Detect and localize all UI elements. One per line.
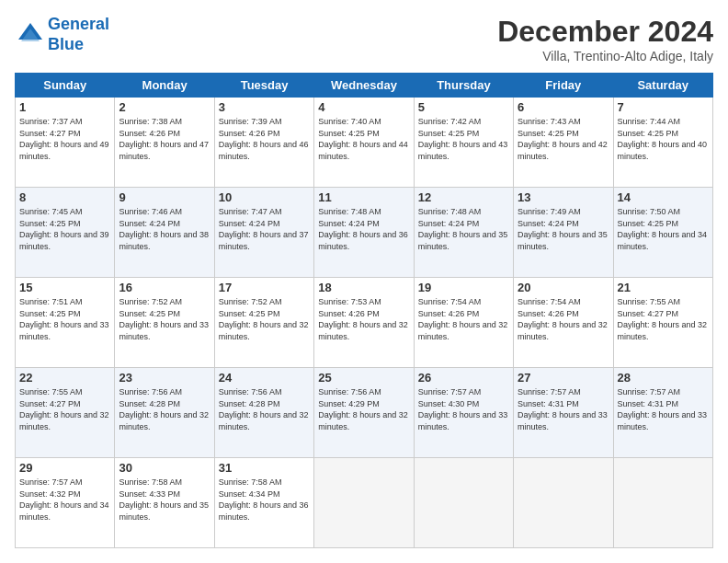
calendar-day: 3 Sunrise: 7:39 AM Sunset: 4:26 PM Dayli… xyxy=(214,98,313,188)
day-info: Sunrise: 7:57 AM Sunset: 4:31 PM Dayligh… xyxy=(618,386,709,432)
logo-icon xyxy=(17,21,44,49)
day-info: Sunrise: 7:38 AM Sunset: 4:26 PM Dayligh… xyxy=(119,116,210,162)
day-info: Sunrise: 7:56 AM Sunset: 4:28 PM Dayligh… xyxy=(119,386,210,432)
day-number: 11 xyxy=(318,190,409,204)
weekday-header: Thursday xyxy=(414,74,513,98)
empty-cell xyxy=(314,458,414,548)
day-info: Sunrise: 7:43 AM Sunset: 4:25 PM Dayligh… xyxy=(518,116,609,162)
location-subtitle: Villa, Trentino-Alto Adige, Italy xyxy=(497,49,713,63)
calendar-day: 8 Sunrise: 7:45 AM Sunset: 4:25 PM Dayli… xyxy=(16,188,115,278)
calendar-day: 26 Sunrise: 7:57 AM Sunset: 4:30 PM Dayl… xyxy=(414,368,513,458)
day-number: 15 xyxy=(19,281,110,294)
day-info: Sunrise: 7:48 AM Sunset: 4:24 PM Dayligh… xyxy=(418,206,509,252)
title-block: December 2024 Villa, Trentino-Alto Adige… xyxy=(497,15,713,63)
day-info: Sunrise: 7:52 AM Sunset: 4:25 PM Dayligh… xyxy=(219,296,310,342)
calendar-day: 30 Sunrise: 7:58 AM Sunset: 4:33 PM Dayl… xyxy=(115,458,214,548)
day-info: Sunrise: 7:57 AM Sunset: 4:31 PM Dayligh… xyxy=(518,386,609,432)
day-number: 9 xyxy=(119,190,210,204)
logo: General Blue xyxy=(15,15,109,54)
day-info: Sunrise: 7:48 AM Sunset: 4:24 PM Dayligh… xyxy=(318,206,409,252)
weekday-header: Friday xyxy=(514,74,613,98)
day-number: 21 xyxy=(618,281,709,294)
calendar-day: 28 Sunrise: 7:57 AM Sunset: 4:31 PM Dayl… xyxy=(613,368,712,458)
calendar-day: 18 Sunrise: 7:53 AM Sunset: 4:26 PM Dayl… xyxy=(314,278,414,368)
calendar-day: 31 Sunrise: 7:58 AM Sunset: 4:34 PM Dayl… xyxy=(214,458,313,548)
calendar-day: 9 Sunrise: 7:46 AM Sunset: 4:24 PM Dayli… xyxy=(115,188,214,278)
calendar-day: 19 Sunrise: 7:54 AM Sunset: 4:26 PM Dayl… xyxy=(414,278,513,368)
calendar-day: 29 Sunrise: 7:57 AM Sunset: 4:32 PM Dayl… xyxy=(16,458,115,548)
day-info: Sunrise: 7:44 AM Sunset: 4:25 PM Dayligh… xyxy=(618,116,709,162)
weekday-header: Tuesday xyxy=(214,74,313,98)
day-info: Sunrise: 7:52 AM Sunset: 4:25 PM Dayligh… xyxy=(119,296,210,342)
day-info: Sunrise: 7:57 AM Sunset: 4:32 PM Dayligh… xyxy=(19,477,110,523)
day-number: 20 xyxy=(518,281,609,294)
weekday-header: Monday xyxy=(115,74,214,98)
calendar-day: 22 Sunrise: 7:55 AM Sunset: 4:27 PM Dayl… xyxy=(16,368,115,458)
day-info: Sunrise: 7:55 AM Sunset: 4:27 PM Dayligh… xyxy=(618,296,709,342)
weekday-header: Sunday xyxy=(16,74,115,98)
weekday-header: Wednesday xyxy=(314,74,414,98)
calendar-day: 2 Sunrise: 7:38 AM Sunset: 4:26 PM Dayli… xyxy=(115,98,214,188)
calendar-day: 13 Sunrise: 7:49 AM Sunset: 4:24 PM Dayl… xyxy=(514,188,613,278)
weekday-header: Saturday xyxy=(613,74,712,98)
day-number: 5 xyxy=(418,100,509,114)
day-number: 22 xyxy=(19,371,110,385)
day-number: 28 xyxy=(618,371,709,385)
day-info: Sunrise: 7:55 AM Sunset: 4:27 PM Dayligh… xyxy=(19,386,110,432)
empty-cell xyxy=(613,458,712,548)
page: General Blue December 2024 Villa, Trenti… xyxy=(0,0,728,563)
calendar-day: 23 Sunrise: 7:56 AM Sunset: 4:28 PM Dayl… xyxy=(115,368,214,458)
day-number: 16 xyxy=(119,281,210,294)
day-number: 10 xyxy=(219,190,310,204)
calendar-day: 10 Sunrise: 7:47 AM Sunset: 4:24 PM Dayl… xyxy=(214,188,313,278)
day-info: Sunrise: 7:53 AM Sunset: 4:26 PM Dayligh… xyxy=(318,296,409,342)
day-number: 1 xyxy=(19,100,110,114)
calendar-day: 7 Sunrise: 7:44 AM Sunset: 4:25 PM Dayli… xyxy=(613,98,712,188)
day-info: Sunrise: 7:37 AM Sunset: 4:27 PM Dayligh… xyxy=(19,116,110,162)
day-info: Sunrise: 7:54 AM Sunset: 4:26 PM Dayligh… xyxy=(518,296,609,342)
calendar-day: 25 Sunrise: 7:56 AM Sunset: 4:29 PM Dayl… xyxy=(314,368,414,458)
day-info: Sunrise: 7:47 AM Sunset: 4:24 PM Dayligh… xyxy=(219,206,310,252)
calendar-day: 6 Sunrise: 7:43 AM Sunset: 4:25 PM Dayli… xyxy=(514,98,613,188)
empty-cell xyxy=(514,458,613,548)
day-number: 4 xyxy=(318,100,409,114)
calendar-day: 24 Sunrise: 7:56 AM Sunset: 4:28 PM Dayl… xyxy=(214,368,313,458)
day-info: Sunrise: 7:58 AM Sunset: 4:33 PM Dayligh… xyxy=(119,477,210,523)
calendar-day: 17 Sunrise: 7:52 AM Sunset: 4:25 PM Dayl… xyxy=(214,278,313,368)
day-info: Sunrise: 7:57 AM Sunset: 4:30 PM Dayligh… xyxy=(418,386,509,432)
day-number: 17 xyxy=(219,281,310,294)
calendar-table: SundayMondayTuesdayWednesdayThursdayFrid… xyxy=(15,73,713,548)
day-number: 7 xyxy=(618,100,709,114)
day-number: 8 xyxy=(19,190,110,204)
day-number: 26 xyxy=(418,371,509,385)
day-number: 27 xyxy=(518,371,609,385)
day-number: 3 xyxy=(219,100,310,114)
logo-text: General Blue xyxy=(48,15,109,54)
day-number: 2 xyxy=(119,100,210,114)
calendar-day: 12 Sunrise: 7:48 AM Sunset: 4:24 PM Dayl… xyxy=(414,188,513,278)
day-number: 19 xyxy=(418,281,509,294)
day-info: Sunrise: 7:46 AM Sunset: 4:24 PM Dayligh… xyxy=(119,206,210,252)
day-number: 23 xyxy=(119,371,210,385)
day-number: 13 xyxy=(518,190,609,204)
day-number: 31 xyxy=(219,461,310,475)
calendar-day: 5 Sunrise: 7:42 AM Sunset: 4:25 PM Dayli… xyxy=(414,98,513,188)
day-number: 6 xyxy=(518,100,609,114)
calendar-day: 27 Sunrise: 7:57 AM Sunset: 4:31 PM Dayl… xyxy=(514,368,613,458)
day-info: Sunrise: 7:45 AM Sunset: 4:25 PM Dayligh… xyxy=(19,206,110,252)
calendar-day: 15 Sunrise: 7:51 AM Sunset: 4:25 PM Dayl… xyxy=(16,278,115,368)
calendar-day: 16 Sunrise: 7:52 AM Sunset: 4:25 PM Dayl… xyxy=(115,278,214,368)
calendar-day: 4 Sunrise: 7:40 AM Sunset: 4:25 PM Dayli… xyxy=(314,98,414,188)
day-number: 18 xyxy=(318,281,409,294)
calendar-day: 11 Sunrise: 7:48 AM Sunset: 4:24 PM Dayl… xyxy=(314,188,414,278)
header: General Blue December 2024 Villa, Trenti… xyxy=(15,15,713,63)
day-info: Sunrise: 7:56 AM Sunset: 4:29 PM Dayligh… xyxy=(318,386,409,432)
calendar-day: 1 Sunrise: 7:37 AM Sunset: 4:27 PM Dayli… xyxy=(16,98,115,188)
day-info: Sunrise: 7:39 AM Sunset: 4:26 PM Dayligh… xyxy=(219,116,310,162)
month-title: December 2024 xyxy=(497,15,713,49)
calendar-day: 14 Sunrise: 7:50 AM Sunset: 4:25 PM Dayl… xyxy=(613,188,712,278)
day-info: Sunrise: 7:54 AM Sunset: 4:26 PM Dayligh… xyxy=(418,296,509,342)
day-number: 25 xyxy=(318,371,409,385)
day-info: Sunrise: 7:51 AM Sunset: 4:25 PM Dayligh… xyxy=(19,296,110,342)
calendar-day: 20 Sunrise: 7:54 AM Sunset: 4:26 PM Dayl… xyxy=(514,278,613,368)
